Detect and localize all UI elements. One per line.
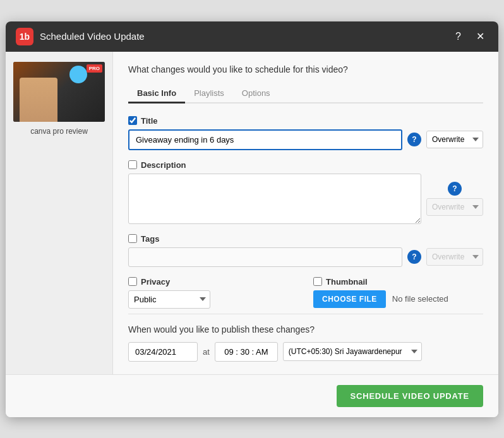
thumbnail-avatar-shape	[69, 66, 87, 83]
thumbnail-bg: PRO	[13, 62, 105, 122]
footer: SCHEDULE VIDEO UPDATE	[6, 374, 498, 417]
tab-options[interactable]: Options	[233, 85, 279, 104]
tags-label: Tags	[141, 234, 159, 244]
privacy-field-header: Privacy	[128, 277, 298, 287]
choose-file-button[interactable]: CHOOSE FILE	[313, 290, 386, 308]
thumbnail-field-header: Thumbnail	[313, 277, 483, 287]
titlebar-actions: ? ✕	[452, 29, 488, 44]
video-label: canva pro review	[30, 127, 88, 136]
tags-field-row: Tags ? Overwrite Append Prepend	[128, 234, 483, 267]
thumbnail-person-shape	[20, 78, 57, 122]
description-input[interactable]	[128, 174, 421, 224]
time-input[interactable]	[215, 342, 278, 362]
title-label: Title	[141, 116, 158, 126]
privacy-label: Privacy	[141, 277, 170, 287]
title-field-header: Title	[128, 116, 483, 126]
thumbnail-row: CHOOSE FILE No file selected	[313, 290, 483, 308]
title-input-row: ? Overwrite Append Prepend	[128, 129, 483, 150]
thumbnail-checkbox[interactable]	[313, 277, 322, 286]
title-checkbox[interactable]	[128, 116, 137, 125]
tags-checkbox[interactable]	[128, 234, 137, 243]
publish-row: at (UTC+05:30) Sri Jayawardenepur (UTC+0…	[128, 342, 483, 362]
tags-input-row: ? Overwrite Append Prepend	[128, 247, 483, 267]
titlebar: 1b Scheduled Video Update ? ✕	[6, 21, 498, 52]
tab-playlists[interactable]: Playlists	[185, 85, 233, 104]
tags-field-header: Tags	[128, 234, 483, 244]
main-content: What changes would you like to schedule …	[113, 52, 498, 374]
tabs: Basic Info Playlists Options	[128, 85, 483, 104]
title-field-row: Title ? Overwrite Append Prepend	[128, 116, 483, 150]
schedule-video-update-button[interactable]: SCHEDULE VIDEO UPDATE	[337, 385, 483, 407]
no-file-text: No file selected	[392, 294, 448, 304]
video-thumbnail: PRO	[13, 62, 105, 122]
timezone-select[interactable]: (UTC+05:30) Sri Jayawardenepur (UTC+00:0…	[283, 342, 422, 361]
tags-input[interactable]	[128, 247, 402, 267]
tags-help-button[interactable]: ?	[407, 250, 421, 264]
description-input-row: ? Overwrite Append Prepend	[128, 174, 483, 224]
dialog-title: Scheduled Video Update	[40, 31, 145, 42]
thumbnail-col: Thumbnail CHOOSE FILE No file selected	[313, 277, 483, 309]
title-help-button[interactable]: ?	[407, 133, 421, 146]
description-checkbox[interactable]	[128, 160, 137, 169]
description-field-header: Description	[128, 160, 483, 170]
date-input[interactable]	[128, 342, 198, 362]
description-label: Description	[141, 160, 186, 170]
titlebar-left: 1b Scheduled Video Update	[16, 28, 145, 45]
publish-section: When would you like to publish these cha…	[128, 314, 483, 362]
privacy-select[interactable]: Public Private Unlisted	[128, 290, 210, 309]
description-help-button[interactable]: ?	[448, 182, 462, 196]
description-field-row: Description ? Overwrite Append Prepend	[128, 160, 483, 224]
title-mode-select[interactable]: Overwrite Append Prepend	[426, 131, 483, 148]
thumbnail-label: Thumbnail	[326, 277, 368, 287]
app-logo: 1b	[16, 28, 33, 45]
close-button[interactable]: ✕	[472, 29, 488, 44]
privacy-thumbnail-row: Privacy Public Private Unlisted Thumbnai…	[128, 277, 483, 309]
thumbnail-pro-badge: PRO	[87, 64, 102, 73]
main-question: What changes would you like to schedule …	[128, 64, 483, 74]
tags-mode-select[interactable]: Overwrite Append Prepend	[426, 248, 483, 266]
publish-label: When would you like to publish these cha…	[128, 324, 483, 334]
description-mode-select[interactable]: Overwrite Append Prepend	[426, 198, 483, 216]
dialog: 1b Scheduled Video Update ? ✕ PRO canva …	[6, 21, 498, 417]
sidebar: PRO canva pro review	[6, 52, 113, 374]
dialog-body: PRO canva pro review What changes would …	[6, 52, 498, 374]
at-text: at	[203, 347, 210, 357]
privacy-select-row: Public Private Unlisted	[128, 290, 298, 309]
title-input[interactable]	[128, 129, 402, 150]
help-button[interactable]: ?	[452, 30, 465, 44]
tab-basic-info[interactable]: Basic Info	[128, 85, 185, 104]
description-controls: ? Overwrite Append Prepend	[426, 182, 483, 216]
privacy-col: Privacy Public Private Unlisted	[128, 277, 298, 309]
privacy-checkbox[interactable]	[128, 277, 137, 286]
